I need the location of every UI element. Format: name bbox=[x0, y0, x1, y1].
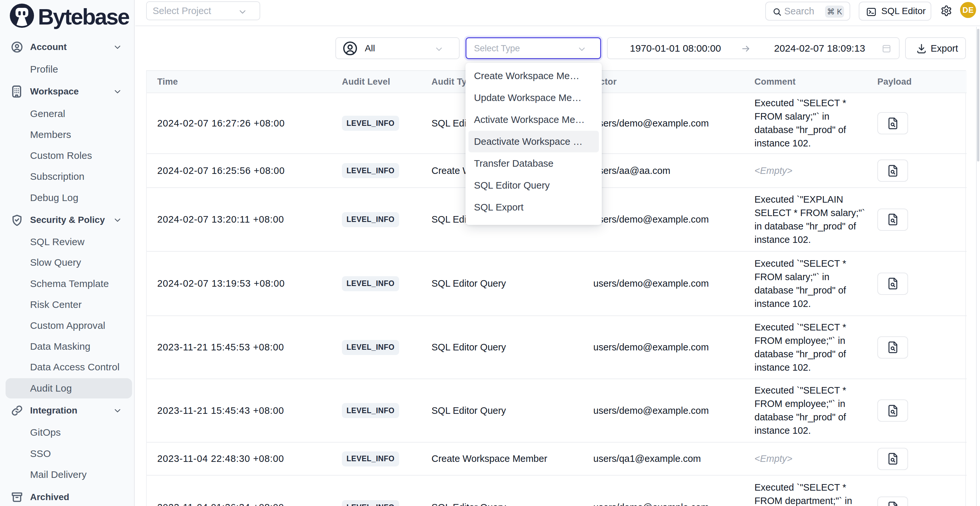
svg-text:Bytebase: Bytebase bbox=[38, 4, 129, 29]
